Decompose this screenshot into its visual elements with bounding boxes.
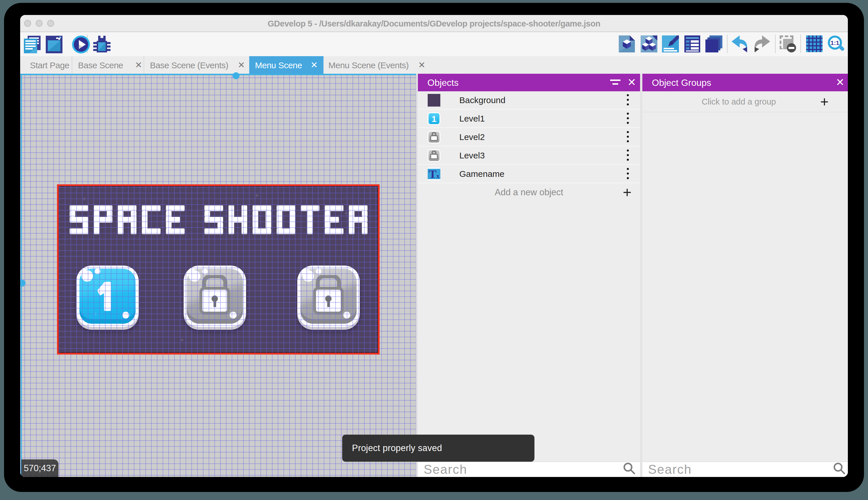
svg-text:1:1: 1:1	[831, 39, 840, 46]
